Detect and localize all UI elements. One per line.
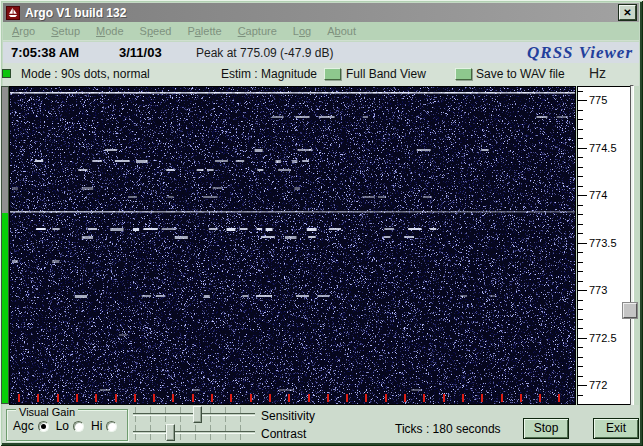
time-tick — [230, 394, 232, 402]
radio-selected[interactable] — [38, 421, 49, 432]
scale-label: 772.5 — [589, 332, 617, 344]
time-tick — [95, 394, 97, 402]
ticks-interval-readout: Ticks : 180 seconds — [395, 422, 501, 436]
scale-minor-tick — [578, 271, 583, 272]
brand-logo: QRSS Viewer — [527, 43, 633, 63]
time-tick — [269, 394, 271, 402]
peak-readout: Peak at 775.09 (-47.9 dB) — [196, 46, 333, 60]
estim-readout: Estim : Magnitude — [221, 67, 317, 81]
menu-item-argo[interactable]: Argo — [12, 25, 35, 37]
frequency-offset-slider-thumb[interactable] — [623, 303, 637, 318]
progress-remaining — [2, 87, 8, 213]
scale-label: 773.5 — [589, 237, 617, 249]
time-tick — [18, 394, 20, 402]
scale-label: 774 — [589, 189, 607, 201]
radio-unselected[interactable] — [73, 421, 84, 432]
scale-label: 773 — [589, 284, 607, 296]
radio-label: Lo — [56, 419, 69, 433]
waterfall-canvas — [10, 87, 575, 404]
time-tick — [250, 394, 252, 402]
sensitivity-slider[interactable] — [133, 406, 255, 423]
menu-item-log[interactable]: Log — [293, 25, 311, 37]
mode-readout: Mode : 90s dots, normal — [21, 67, 150, 81]
scale-minor-tick — [578, 157, 583, 158]
close-button[interactable]: ✕ — [619, 5, 636, 20]
contrast-slider[interactable] — [133, 424, 255, 441]
menu-item-palette[interactable]: Palette — [187, 25, 221, 37]
stop-button[interactable]: Stop — [523, 418, 569, 439]
time-tick — [365, 394, 367, 402]
time-tick — [404, 394, 406, 402]
status-row: Mode : 90s dots, normal Estim : Magnitud… — [3, 63, 639, 86]
visual-gain-option-hi[interactable]: Hi — [91, 419, 117, 433]
radio-label: Agc — [13, 419, 34, 433]
scale-minor-tick — [578, 224, 583, 225]
waterfall-spectrogram — [9, 86, 576, 405]
time-tick — [153, 394, 155, 402]
time-tick — [134, 394, 136, 402]
scale-major-tick — [578, 385, 587, 386]
sensitivity-label: Sensitivity — [261, 409, 315, 423]
scale-minor-tick — [578, 300, 583, 301]
scale-minor-tick — [578, 233, 583, 234]
menu-item-mode[interactable]: Mode — [96, 25, 124, 37]
exit-button[interactable]: Exit — [593, 418, 639, 439]
time-tick — [443, 394, 445, 402]
time-tick — [115, 394, 117, 402]
window-title: Argo V1 build 132 — [25, 6, 126, 20]
time-tick — [76, 394, 78, 402]
title-bar[interactable]: Argo V1 build 132 ✕ — [3, 3, 639, 22]
scale-minor-tick — [578, 395, 583, 396]
save-wav-toggle[interactable] — [455, 68, 472, 80]
radio-label: Hi — [91, 419, 102, 433]
time-tick — [211, 394, 213, 402]
scale-minor-tick — [578, 176, 583, 177]
scale-minor-tick — [578, 186, 583, 187]
menu-item-setup[interactable]: Setup — [51, 25, 80, 37]
control-strip: Visual Gain AgcLoHi Sensitivity Contrast… — [3, 405, 639, 443]
visual-gain-option-lo[interactable]: Lo — [56, 419, 84, 433]
scale-minor-tick — [578, 281, 583, 282]
time-tick — [501, 394, 503, 402]
time-tick — [57, 394, 59, 402]
visual-gain-option-agc[interactable]: Agc — [13, 419, 49, 433]
scale-minor-tick — [578, 366, 583, 367]
full-band-view-toggle[interactable] — [324, 68, 341, 80]
time-tick — [192, 394, 194, 402]
scale-major-tick — [578, 290, 587, 291]
time-tick — [481, 394, 483, 402]
time-tick — [423, 394, 425, 402]
scale-minor-tick — [578, 376, 583, 377]
menu-item-about[interactable]: About — [327, 25, 356, 37]
time-tick — [327, 394, 329, 402]
info-bar: 7:05:38 AM 3/11/03 Peak at 775.09 (-47.9… — [3, 42, 639, 63]
menu-bar: ArgoSetupModeSpeedPaletteCaptureLogAbout — [3, 22, 639, 41]
menu-item-speed[interactable]: Speed — [140, 25, 172, 37]
scale-minor-tick — [578, 119, 583, 120]
full-band-view-label: Full Band View — [346, 67, 426, 81]
time-tick — [288, 394, 290, 402]
sensitivity-slider-thumb[interactable] — [193, 406, 202, 423]
scale-minor-tick — [578, 262, 583, 263]
frequency-offset-slider-track[interactable] — [630, 85, 634, 412]
scale-major-tick — [578, 195, 587, 196]
scale-minor-tick — [578, 91, 583, 92]
scale-minor-tick — [578, 167, 583, 168]
scale-minor-tick — [578, 252, 583, 253]
contrast-slider-thumb[interactable] — [166, 424, 175, 441]
scale-minor-tick — [578, 129, 583, 130]
time-tick — [172, 394, 174, 402]
time-tick — [539, 394, 541, 402]
menu-item-capture[interactable]: Capture — [238, 25, 277, 37]
scale-minor-tick — [578, 319, 583, 320]
scale-minor-tick — [578, 347, 583, 348]
scale-major-tick — [578, 100, 587, 101]
frequency-scale: 772772.5773773.5774774.5775 — [577, 86, 631, 405]
visual-gain-group: Visual Gain AgcLoHi — [6, 409, 128, 441]
clock-time: 7:05:38 AM — [11, 45, 79, 60]
visual-gain-options: AgcLoHi — [11, 419, 125, 433]
capture-progress-bar — [1, 86, 9, 404]
radio-unselected[interactable] — [106, 421, 117, 432]
app-window: Argo V1 build 132 ✕ ArgoSetupModeSpeedPa… — [0, 0, 643, 446]
contrast-slider-track[interactable] — [133, 431, 255, 434]
